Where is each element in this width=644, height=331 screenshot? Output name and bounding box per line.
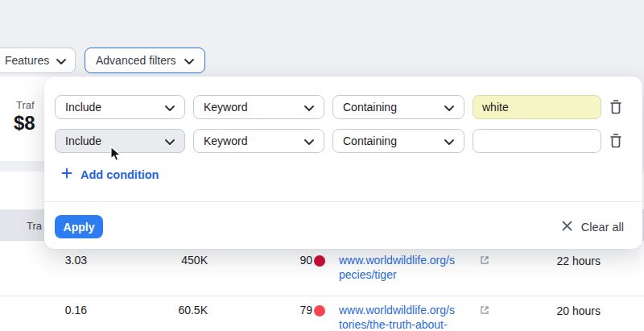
- result-url-link[interactable]: www.worldwildlife.org/s pecies/tiger: [339, 253, 484, 282]
- chevron-down-icon: [184, 54, 194, 67]
- chevron-down-icon: [444, 134, 454, 147]
- operator-select[interactable]: Containing: [332, 95, 464, 119]
- score-dot: [314, 305, 325, 317]
- field-select[interactable]: Keyword: [193, 95, 324, 119]
- table-cell-updated: 22 hours: [536, 254, 601, 267]
- table-cell-score: 90: [272, 254, 312, 267]
- condition-select[interactable]: Include: [55, 95, 185, 119]
- external-link-icon[interactable]: [479, 304, 490, 319]
- field-select-value: Keyword: [204, 101, 247, 114]
- result-url-link[interactable]: www.worldwildlife.org/s tories/the-truth…: [339, 303, 484, 331]
- filter-value-input[interactable]: [473, 129, 601, 153]
- clear-all-button[interactable]: Clear all: [562, 221, 624, 234]
- table-cell-updated: 20 hours: [536, 304, 601, 317]
- advanced-filters-button[interactable]: Advanced filters: [85, 48, 205, 73]
- panel-footer-divider: [44, 201, 642, 202]
- chevron-down-icon: [165, 101, 175, 114]
- field-select-value: Keyword: [204, 134, 247, 147]
- operator-select-value: Containing: [343, 134, 397, 147]
- metric-card-value: $8: [14, 112, 35, 134]
- url-line: www.worldwildlife.org/s: [339, 304, 455, 317]
- operator-select-value: Containing: [343, 101, 397, 114]
- field-select[interactable]: Keyword: [193, 129, 324, 153]
- condition-select-value: Include: [65, 134, 101, 147]
- table-row: 3.03 450K 90 www.worldwildlife.org/s pec…: [0, 241, 644, 295]
- plus-icon: [61, 168, 72, 181]
- filter-value-input[interactable]: [473, 95, 601, 119]
- chevron-down-icon: [444, 101, 454, 114]
- chevron-down-icon: [56, 54, 66, 67]
- url-line: www.worldwildlife.org/s: [339, 254, 455, 267]
- delete-condition-icon[interactable]: [608, 132, 624, 150]
- chevron-down-icon: [165, 134, 175, 147]
- features-button-label: Features: [5, 54, 49, 67]
- table-header-label: Tra: [27, 220, 42, 232]
- page: Features Advanced filters Traf $8 Tra 3.…: [0, 0, 644, 331]
- clear-all-label: Clear all: [581, 221, 624, 234]
- table-cell-value: 3.03: [23, 254, 87, 267]
- condition-select-value: Include: [65, 101, 101, 114]
- table-cell-volume: 450K: [143, 254, 208, 267]
- url-line: tories/the-truth-about-: [339, 318, 448, 331]
- close-icon: [562, 221, 572, 234]
- score-dot: [314, 255, 325, 267]
- features-button[interactable]: Features: [0, 48, 76, 73]
- table-cell-volume: 60.5K: [143, 304, 208, 317]
- add-condition-label: Add condition: [80, 168, 159, 181]
- cursor-icon: [110, 147, 124, 166]
- chevron-down-icon: [304, 134, 314, 147]
- table-cell-score: 79: [272, 304, 312, 317]
- chevron-down-icon: [304, 101, 314, 114]
- table-row: 0.16 60.5K 79 www.worldwildlife.org/s to…: [0, 296, 644, 331]
- external-link-icon[interactable]: [479, 254, 490, 269]
- delete-condition-icon[interactable]: [608, 98, 624, 116]
- advanced-filters-button-label: Advanced filters: [96, 54, 176, 67]
- add-condition-button[interactable]: Add condition: [61, 168, 159, 181]
- table-cell-value: 0.16: [23, 304, 87, 317]
- url-line: pecies/tiger: [339, 268, 397, 281]
- operator-select[interactable]: Containing: [332, 129, 464, 153]
- advanced-filters-panel: Include Keyword Containing Include Keywo…: [44, 77, 642, 249]
- apply-button[interactable]: Apply: [55, 215, 103, 238]
- metric-card-label: Traf: [16, 99, 35, 111]
